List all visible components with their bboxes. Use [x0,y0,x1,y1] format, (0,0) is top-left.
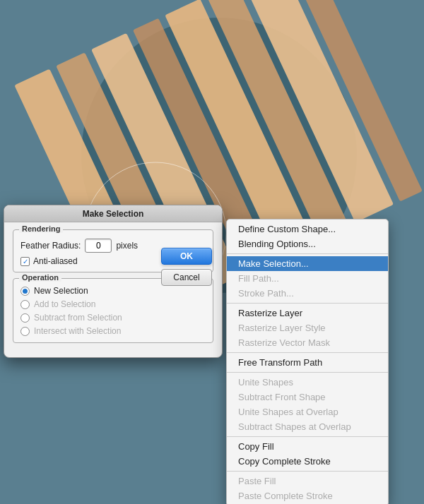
radio-button-2 [20,313,30,323]
menu-separator-7 [227,352,388,353]
menu-item-2[interactable]: Make Selection... [227,256,388,271]
radio-row-2: Subtract from Selection [20,312,206,323]
radio-row-0[interactable]: New Selection [20,285,206,296]
menu-item-13[interactable]: Copy Fill [227,439,388,454]
menu-separator-14 [227,471,388,472]
radio-label-0: New Selection [34,286,88,296]
menu-item-10: Subtract Front Shape [227,390,388,404]
menu-item-11: Unite Shapes at Overlap [227,404,388,419]
radio-label-2: Subtract from Selection [34,313,122,323]
menu-item-6: Rasterize Layer Style [227,320,388,335]
pixels-label: pixels [116,241,138,251]
dialog-buttons: OK Cancel [161,248,212,286]
radio-label-3: Intersect with Selection [34,326,121,336]
menu-item-7: Rasterize Vector Mask [227,335,388,350]
menu-separator-4 [227,303,388,304]
radio-button-1 [20,300,30,309]
menu-item-5[interactable]: Rasterize Layer [227,306,388,320]
menu-separator-12 [227,436,388,437]
ok-button[interactable]: OK [161,248,212,265]
radio-button-3 [20,327,30,336]
menu-item-14[interactable]: Copy Complete Stroke [227,454,388,469]
menu-item-8[interactable]: Free Transform Path [227,355,388,370]
menu-item-15: Paste Fill [227,474,388,488]
antialias-label: Anti-aliased [33,256,78,266]
context-menu: Define Custom Shape...Blending Options..… [226,219,389,504]
radio-row-3: Intersect with Selection [20,325,206,337]
menu-item-3: Fill Path... [227,271,388,286]
menu-item-4: Stroke Path... [227,286,388,301]
radio-row-1: Add to Selection [20,299,206,310]
menu-item-16: Paste Complete Stroke [227,488,388,503]
radio-button-0[interactable] [20,287,30,296]
menu-item-9: Unite Shapes [227,375,388,390]
make-selection-dialog: Make Selection Rendering Feather Radius:… [4,205,223,358]
rendering-legend: Rendering [19,224,63,233]
menu-item-1[interactable]: Blending Options... [227,236,388,251]
dialog-title: Make Selection [4,205,222,222]
cancel-button[interactable]: Cancel [161,269,212,286]
feather-radius-input[interactable] [85,239,112,253]
menu-separator-8 [227,372,388,373]
menu-item-12: Subtract Shapes at Overlap [227,419,388,434]
feather-label: Feather Radius: [20,241,81,251]
menu-item-0[interactable]: Define Custom Shape... [227,222,388,236]
menu-separator-1 [227,253,388,254]
radio-label-1: Add to Selection [34,299,95,309]
operation-legend: Operation [19,273,61,282]
operation-group: Operation New SelectionAdd to SelectionS… [13,278,213,343]
antialias-checkbox[interactable]: ✓ [20,257,30,266]
